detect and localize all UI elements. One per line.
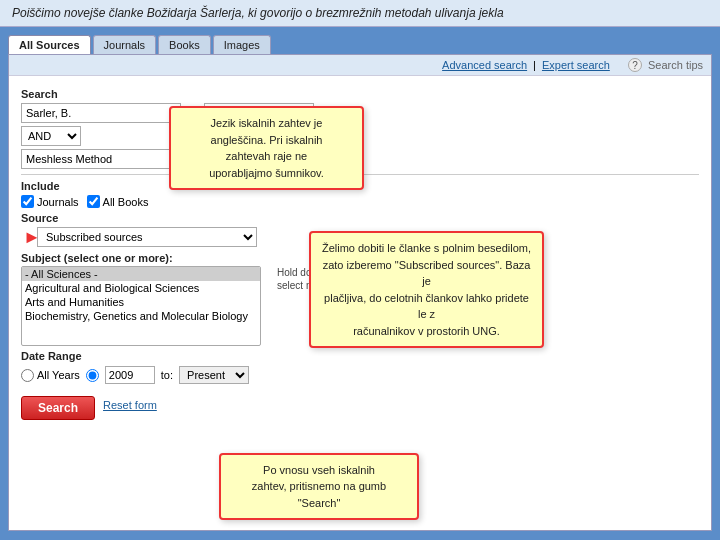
date-to-select[interactable]: Present — [179, 366, 249, 384]
help-icon[interactable]: ? — [628, 58, 642, 72]
tooltip-1-text: Jezik iskalnih zahtev jeangleščina. Pri … — [209, 117, 324, 179]
all-years-radio[interactable] — [21, 369, 34, 382]
search-section-label: Search — [21, 88, 699, 100]
main-area: All Sources Journals Books Images Advanc… — [0, 27, 720, 535]
top-banner: Poiščimo novejše članke Božidarja Šarler… — [0, 0, 720, 27]
advanced-search-link[interactable]: Advanced search — [442, 59, 527, 71]
date-to-label: to: — [161, 369, 173, 381]
date-range-label: Date Range — [21, 350, 699, 362]
form-area: Search In Authors Title Keywords AND OR … — [9, 76, 711, 530]
source-select[interactable]: Subscribed sources All sources — [37, 227, 257, 247]
tab-journals[interactable]: Journals — [93, 35, 157, 54]
expert-search-link[interactable]: Expert search — [542, 59, 610, 71]
bool-select[interactable]: AND OR NOT — [21, 126, 81, 146]
tab-all-sources[interactable]: All Sources — [8, 35, 91, 54]
topbar-separator: | — [533, 59, 536, 71]
year-from-radio[interactable] — [86, 369, 99, 382]
search-input-1[interactable] — [21, 103, 181, 123]
panel-topbar: Advanced search | Expert search ? Search… — [9, 55, 711, 76]
tab-images[interactable]: Images — [213, 35, 271, 54]
tab-books[interactable]: Books — [158, 35, 211, 54]
source-arrow-icon: ► — [23, 227, 41, 248]
tooltip-2-text: Želimo dobiti le članke s polnim besedil… — [322, 242, 531, 337]
source-section-label: Source — [21, 212, 699, 224]
reset-link[interactable]: Reset form — [103, 399, 157, 411]
include-journals-checkbox[interactable] — [21, 195, 34, 208]
search-input-2[interactable] — [21, 149, 181, 169]
tabs-row: All Sources Journals Books Images — [8, 31, 712, 54]
all-years-radio-label[interactable]: All Years — [21, 369, 80, 382]
subject-list[interactable]: - All Sciences - Agricultural and Biolog… — [21, 266, 261, 346]
button-row: Search Reset form — [21, 390, 699, 420]
tooltip-2: Želimo dobiti le članke s polnim besedil… — [309, 231, 544, 348]
tooltip-3-text: Po vnosu vseh iskalnihzahtev, pritisnemo… — [252, 464, 386, 509]
year-from-radio-label[interactable] — [86, 369, 99, 382]
include-allbooks-checkbox[interactable] — [87, 195, 100, 208]
content-panel: Advanced search | Expert search ? Search… — [8, 54, 712, 531]
include-row: Journals All Books — [21, 195, 699, 208]
banner-text: Poiščimo novejše članke Božidarja Šarler… — [12, 6, 504, 20]
subject-label: Subject (select one or more): — [21, 252, 173, 264]
include-allbooks-label[interactable]: All Books — [87, 195, 149, 208]
date-row: All Years to: Present — [21, 366, 699, 384]
include-journals-label[interactable]: Journals — [21, 195, 79, 208]
tooltip-3: Po vnosu vseh iskalnihzahtev, pritisnemo… — [219, 453, 419, 521]
date-from-input[interactable] — [105, 366, 155, 384]
search-button[interactable]: Search — [21, 396, 95, 420]
search-tip-label: Search tips — [648, 59, 703, 71]
tooltip-1: Jezik iskalnih zahtev jeangleščina. Pri … — [169, 106, 364, 190]
